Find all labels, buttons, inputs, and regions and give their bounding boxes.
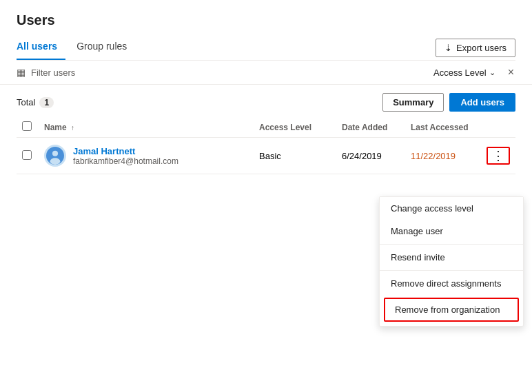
total-section: Total 1 [17,97,54,108]
total-count-badge: 1 [39,97,54,108]
user-email: fabrikamfiber4@hotmail.com [73,156,178,166]
menu-divider-2 [380,270,523,271]
col-name-header: Name ↑ [44,123,74,132]
col-last-header: Last Accessed [411,123,469,132]
filter-right: Access Level ⌄ × [433,66,515,79]
filter-icon: ▦ [17,67,25,78]
last-accessed-value: 11/22/2019 [411,151,456,161]
kebab-icon: ⋮ [492,149,504,162]
close-filter-button[interactable]: × [507,66,515,79]
download-icon: ⇣ [444,43,452,53]
filter-label[interactable]: Filter users [31,68,75,78]
filter-bar: ▦ Filter users Access Level ⌄ × [0,61,532,85]
remove-direct-assignments-menuitem[interactable]: Remove direct assignments [380,272,523,295]
page-title: Users [17,12,515,28]
users-table: Name ↑ Access Level Date Added Last Acce… [17,117,515,174]
row-checkbox[interactable] [22,150,32,160]
export-users-button[interactable]: ⇣ Export users [436,39,515,57]
summary-button[interactable]: Summary [382,93,444,112]
access-level-value: Basic [259,151,281,161]
context-menu: Change access level Manage user Resend i… [379,196,524,327]
user-name[interactable]: Jamal Hartnett [73,146,178,156]
access-level-filter[interactable]: Access Level ⌄ [433,68,495,78]
tab-all-users[interactable]: All users [17,35,65,60]
toolbar-row: Total 1 Summary Add users [17,93,515,112]
date-added-value: 6/24/2019 [342,151,382,161]
svg-point-2 [50,158,61,165]
col-date-header: Date Added [342,123,387,132]
table-row: Jamal Hartnett fabrikamfiber4@hotmail.co… [17,138,515,174]
tabs: All users Group rules [17,35,146,60]
tabs-row: All users Group rules ⇣ Export users [17,35,515,61]
svg-point-1 [52,151,58,156]
resend-invite-menuitem[interactable]: Resend invite [380,246,523,269]
tab-group-rules[interactable]: Group rules [76,35,135,60]
col-access-header: Access Level [259,123,311,132]
add-users-button[interactable]: Add users [449,93,515,112]
manage-user-menuitem[interactable]: Manage user [380,220,523,243]
row-actions-button[interactable]: ⋮ [487,147,510,165]
page-container: Users All users Group rules ⇣ Export use… [0,0,532,392]
chevron-down-icon: ⌄ [489,68,495,77]
user-cell: Jamal Hartnett fabrikamfiber4@hotmail.co… [44,145,248,167]
menu-divider-1 [380,244,523,245]
total-label: Total [17,97,35,107]
change-access-level-menuitem[interactable]: Change access level [380,197,523,220]
avatar-image [46,147,64,165]
remove-from-organization-menuitem[interactable]: Remove from organization [384,298,519,322]
user-info: Jamal Hartnett fabrikamfiber4@hotmail.co… [73,146,178,166]
avatar [44,145,66,167]
sort-icon: ↑ [71,124,74,132]
toolbar-buttons: Summary Add users [382,93,515,112]
select-all-checkbox[interactable] [22,121,32,131]
filter-left: ▦ Filter users [17,67,75,78]
header: Users All users Group rules ⇣ Export use… [0,0,532,61]
